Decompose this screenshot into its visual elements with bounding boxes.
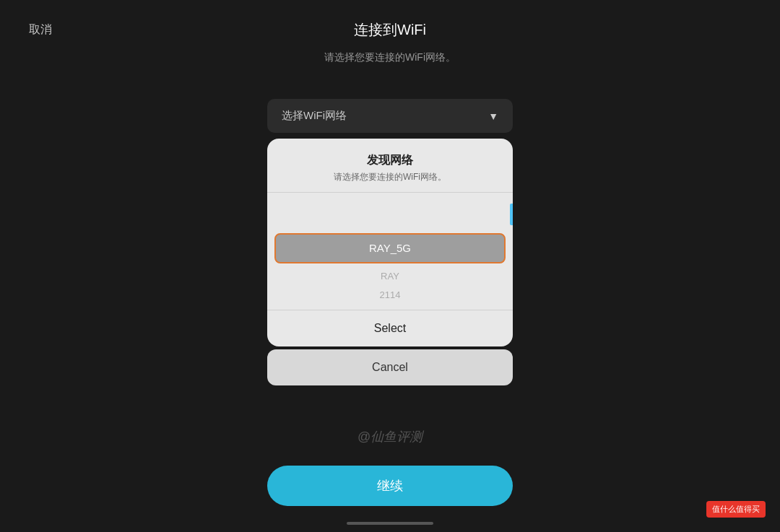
bottom-bar [347,522,433,525]
dialog-title: 发现网络 [282,153,498,168]
blue-accent-icon [510,204,513,225]
chevron-down-icon: ▼ [488,110,498,122]
network-name-ray: RAY [381,271,399,282]
dialog-header: 发现网络 请选择您要连接的WiFi网络。 [267,139,513,193]
dropdown-label: 选择WiFi网络 [282,109,347,123]
cancel-dialog-button[interactable]: Cancel [267,349,513,385]
network-name-2114: 2114 [380,289,401,300]
network-item-2114[interactable]: 2114 [267,285,513,304]
network-item-ray[interactable]: RAY [267,266,513,285]
select-button[interactable]: Select [267,310,513,346]
page-subtitle: 请选择您要连接的WiFi网络。 [324,51,456,64]
network-dialog: 发现网络 请选择您要连接的WiFi网络。 RAY_5G RAY 2114 Sel… [267,139,513,346]
network-empty-row [267,199,513,230]
wifi-dropdown-container: 选择WiFi网络 ▼ [267,99,513,133]
wifi-dropdown[interactable]: 选择WiFi网络 ▼ [267,99,513,133]
watermark: @仙鱼评测 [358,428,422,445]
network-item-selected[interactable]: RAY_5G [274,233,506,263]
brand-badge: 值什么值得买 [706,501,766,518]
page-title: 连接到WiFi [354,20,426,40]
header: 取消 连接到WiFi [0,0,780,40]
dialog-subtitle: 请选择您要连接的WiFi网络。 [282,171,498,183]
network-list: RAY_5G RAY 2114 [267,193,513,310]
cancel-dialog-wrapper: Cancel [267,349,513,385]
cancel-button[interactable]: 取消 [29,22,52,38]
selected-network-name: RAY_5G [369,242,411,254]
continue-button[interactable]: 继续 [267,466,513,506]
